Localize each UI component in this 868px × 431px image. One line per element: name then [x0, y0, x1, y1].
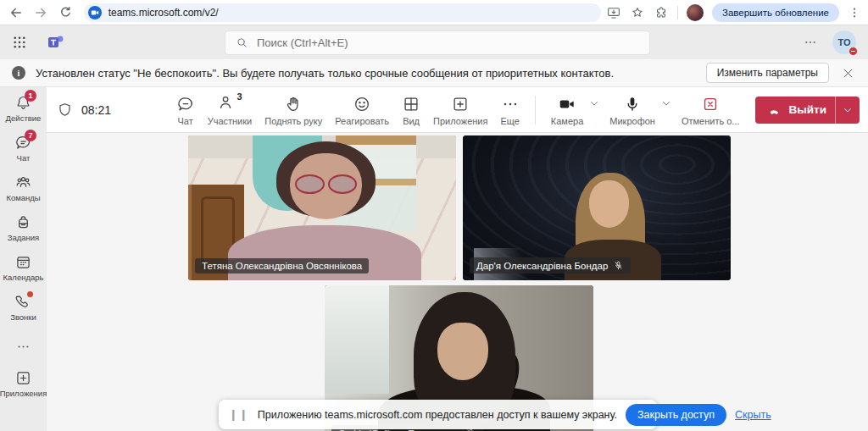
sidebar-item-chat[interactable]: Чат 7: [0, 134, 47, 163]
extensions-puzzle-icon[interactable]: [654, 5, 669, 20]
more-ellipsis-icon: [501, 93, 520, 113]
participant-name-chip: Дар'я Олександрівна Бондар: [470, 257, 631, 274]
browser-profile-avatar[interactable]: [687, 4, 704, 21]
search-bar[interactable]: [225, 30, 650, 55]
toolbar-camera-button[interactable]: Камера: [548, 91, 586, 128]
site-camera-icon: [88, 6, 102, 19]
browser-menu-kebab-icon[interactable]: [848, 6, 861, 19]
smiley-icon: [353, 93, 371, 113]
close-banner-icon[interactable]: [839, 64, 856, 81]
raise-hand-icon: [284, 93, 303, 113]
mic-chevron-icon[interactable]: [661, 98, 671, 108]
sidebar-rail: Действие 1 Чат 7 Команды Задания Календа…: [0, 87, 47, 431]
browser-chrome: teams.microsoft.com/v2/ Завершить обновл…: [0, 0, 868, 25]
sidebar-item-assignments[interactable]: Задания: [0, 213, 47, 242]
toolbar-stop-share-button[interactable]: Отменить о...: [679, 91, 743, 128]
sidebar-item-calendar[interactable]: Календарь: [0, 253, 47, 282]
stop-share-x-icon: [701, 93, 720, 113]
teams-people-icon: [14, 174, 32, 191]
sidebar-item-activity[interactable]: Действие 1: [0, 94, 47, 123]
mic-icon: [623, 93, 642, 113]
video-tile-tetiana[interactable]: Тетяна Олександрівна Овсяннікова: [188, 135, 456, 280]
sidebar-more-icon[interactable]: [16, 340, 31, 354]
chat-bubble-icon: [176, 93, 195, 113]
sidebar-item-teams[interactable]: Команды: [0, 174, 47, 202]
camera-icon: [558, 93, 576, 113]
bookmark-star-icon[interactable]: [630, 5, 645, 20]
participants-count: 3: [236, 91, 242, 102]
user-avatar[interactable]: TO: [832, 30, 856, 54]
sidebar-item-apps[interactable]: Приложения: [0, 369, 47, 398]
calls-dot-badge: [27, 291, 33, 297]
share-banner-text: Приложению teams.microsoft.com предостав…: [258, 409, 617, 421]
screen-share-banner: ❙❙ Приложению teams.microsoft.com предос…: [219, 400, 657, 429]
meeting-timer: 08:21: [81, 103, 111, 117]
mic-off-icon: [613, 260, 624, 271]
url-text: teams.microsoft.com/v2/: [108, 7, 219, 19]
teams-logo: [46, 32, 66, 52]
apps-plus-icon: [451, 93, 470, 113]
app-launcher-waffle-icon[interactable]: [12, 35, 27, 50]
forward-icon[interactable]: [31, 3, 51, 23]
backpack-icon: [14, 213, 32, 231]
hide-banner-link[interactable]: Скрыть: [735, 409, 771, 421]
drag-handle-icon[interactable]: ❙❙: [229, 408, 249, 421]
video-tile-daria[interactable]: Дар'я Олександрівна Бондар: [463, 135, 731, 280]
apps-plus-icon: [14, 369, 32, 387]
toolbar-react-button[interactable]: Реагировать: [332, 91, 392, 128]
camera-chevron-icon[interactable]: [589, 98, 599, 108]
finish-update-button[interactable]: Завершить обновление: [712, 3, 839, 22]
shield-icon: [57, 102, 73, 118]
search-input[interactable]: [257, 36, 639, 49]
chat-badge: 7: [25, 130, 36, 141]
participants-icon: 3: [217, 93, 242, 113]
toolbar-participants-button[interactable]: 3 Участники: [205, 91, 255, 128]
stop-sharing-button[interactable]: Закрыть доступ: [626, 404, 726, 426]
change-settings-button[interactable]: Изменить параметры: [706, 63, 829, 83]
teams-header: TO: [0, 25, 868, 59]
leave-chevron-icon[interactable]: [836, 105, 860, 115]
reload-icon[interactable]: [56, 3, 75, 23]
toolbar-apps-button[interactable]: Приложения: [431, 91, 490, 128]
search-icon: [236, 36, 248, 49]
sidebar-item-calls[interactable]: Звонки: [0, 293, 47, 322]
avatar-initials: TO: [837, 37, 850, 47]
info-icon: i: [12, 66, 25, 80]
notification-text: Установлен статус "Не беспокоить". Вы бу…: [36, 67, 614, 80]
meeting-toolbar: 08:21 Чат 3 Участники Поднять руку: [47, 87, 868, 133]
address-bar[interactable]: teams.microsoft.com/v2/: [84, 3, 601, 22]
toolbar-more-button[interactable]: Еще: [498, 91, 521, 128]
toolbar-mic-button[interactable]: Микрофон: [607, 91, 658, 128]
meeting-stage: Тетяна Олександрівна Овсяннікова Дар'я О…: [47, 134, 868, 431]
participant-name: Тетяна Олександрівна Овсяннікова: [202, 261, 362, 271]
participant-name: Дар'я Олександрівна Бондар: [476, 261, 608, 271]
divider: [535, 96, 536, 124]
header-more-icon[interactable]: [804, 36, 817, 49]
install-icon[interactable]: [606, 5, 621, 20]
toolbar-view-button[interactable]: Вид: [399, 91, 423, 128]
toolbar-raise-hand-button[interactable]: Поднять руку: [262, 91, 325, 128]
activity-badge: 1: [25, 90, 36, 102]
leave-button[interactable]: Выйти: [755, 97, 860, 124]
hangup-phone-icon: [765, 102, 782, 119]
calendar-icon: [14, 253, 32, 271]
back-icon[interactable]: [7, 3, 26, 23]
dnd-status-badge: [849, 47, 858, 56]
divider: [677, 6, 678, 19]
dnd-notification-banner: i Установлен статус "Не беспокоить". Вы …: [0, 59, 868, 87]
participant-name-chip: Тетяна Олександрівна Овсяннікова: [195, 258, 369, 274]
toolbar-chat-button[interactable]: Чат: [174, 91, 198, 128]
grid-view-icon: [402, 93, 420, 113]
